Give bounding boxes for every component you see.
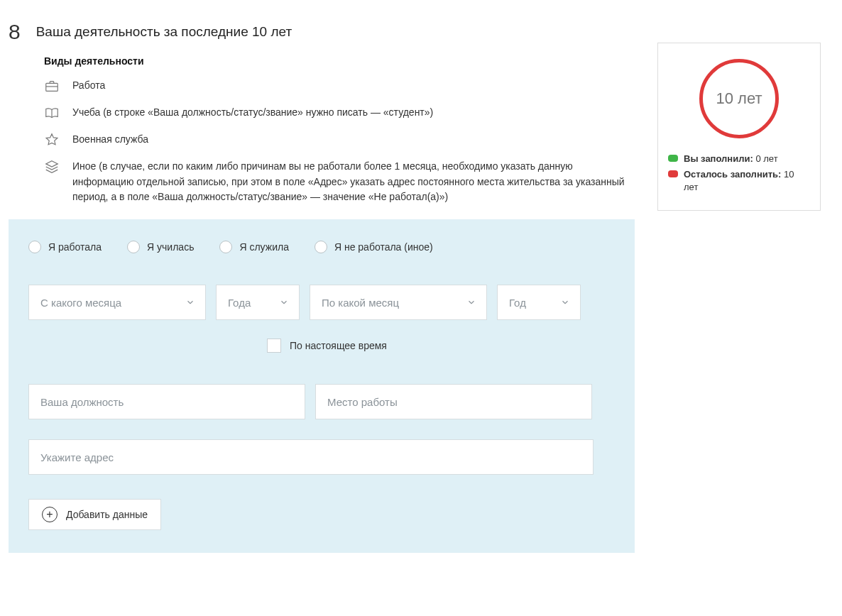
activity-form-panel: Я работала Я училась Я служила Я не рабо… [9,219,635,553]
legend-remaining-text: Осталось заполнить: 10 лет [684,168,810,194]
radio-label: Я не работала (иное) [334,241,433,253]
star-icon [44,132,60,148]
legend-remaining-label: Осталось заполнить: [684,169,781,180]
select-placeholder: По какой месяц [322,297,399,309]
radio-label: Я служила [239,241,288,253]
input-placeholder: Укажите адрес [40,451,114,463]
to-year-select[interactable]: Год [497,285,581,320]
legend-filled-value: 0 лет [755,153,777,164]
plus-circle-icon: + [42,507,58,522]
radio-study[interactable]: Я училась [127,241,194,253]
radio-circle-icon [219,241,232,253]
legend-filled-text: Вы заполнили: 0 лет [684,153,778,165]
dot-red-icon [668,170,678,177]
date-range-row: С какого месяца Года По какой месяц [28,285,615,320]
activities-subtitle: Виды деятельности [44,55,635,67]
present-checkbox[interactable] [267,339,281,353]
chevron-down-icon [560,297,570,307]
radio-label: Я училась [147,241,194,253]
legend-filled: Вы заполнили: 0 лет [668,153,810,165]
from-month-select[interactable]: С какого месяца [28,285,206,320]
select-placeholder: Год [509,297,526,309]
radio-circle-icon [28,241,41,253]
radio-none[interactable]: Я не работала (иное) [315,241,433,253]
activity-label: Иное (в случае, если по каким либо причи… [72,159,633,205]
present-checkbox-label: По настоящее время [290,340,387,351]
svg-rect-0 [46,83,58,91]
present-checkbox-row: По настоящее время [267,339,615,353]
to-month-select[interactable]: По какой месяц [310,285,487,320]
radio-label: Я работала [48,241,102,253]
step-number: 8 [9,21,21,43]
input-placeholder: Ваша должность [40,396,124,408]
progress-circle: 10 лет [699,59,779,138]
legend-remaining: Осталось заполнить: 10 лет [668,168,810,194]
section-header: 8 Ваша деятельность за последние 10 лет [9,21,635,43]
activity-item-other: Иное (в случае, если по каким либо причи… [44,159,635,205]
from-year-select[interactable]: Года [216,285,300,320]
activity-list: Работа Учеба (в строке «Ваша должность/с… [44,78,635,205]
add-button-label: Добавить данные [66,509,148,520]
layers-icon [44,159,60,175]
chevron-down-icon [466,297,476,307]
chevron-down-icon [185,297,195,307]
add-data-button[interactable]: + Добавить данные [28,499,161,530]
progress-card: 10 лет Вы заполнили: 0 лет Осталось запо… [657,43,821,211]
radio-circle-icon [127,241,140,253]
book-icon [44,105,60,121]
select-placeholder: С какого месяца [40,297,121,309]
progress-circle-text: 10 лет [716,89,762,108]
activity-label: Работа [72,78,105,94]
address-input[interactable]: Укажите адрес [28,439,594,475]
activity-item-service: Военная служба [44,132,635,148]
radio-service[interactable]: Я служила [219,241,288,253]
step-title: Ваша деятельность за последние 10 лет [36,24,292,40]
activity-label: Военная служба [72,132,148,148]
select-placeholder: Года [228,297,251,309]
progress-circle-wrap: 10 лет [668,59,810,138]
activity-item-work: Работа [44,78,635,94]
legend-filled-label: Вы заполнили: [684,153,753,164]
input-placeholder: Место работы [327,396,398,408]
radio-work[interactable]: Я работала [28,241,102,253]
activity-type-radio-group: Я работала Я училась Я служила Я не рабо… [28,241,615,253]
workplace-input[interactable]: Место работы [315,384,592,419]
chevron-down-icon [279,297,289,307]
dot-green-icon [668,155,678,162]
position-input[interactable]: Ваша должность [28,384,305,419]
radio-circle-icon [315,241,327,253]
briefcase-icon [44,78,60,94]
position-workplace-row: Ваша должность Место работы [28,384,615,419]
activity-label: Учеба (в строке «Ваша должность/статус/з… [72,105,433,121]
activity-item-study: Учеба (в строке «Ваша должность/статус/з… [44,105,635,121]
